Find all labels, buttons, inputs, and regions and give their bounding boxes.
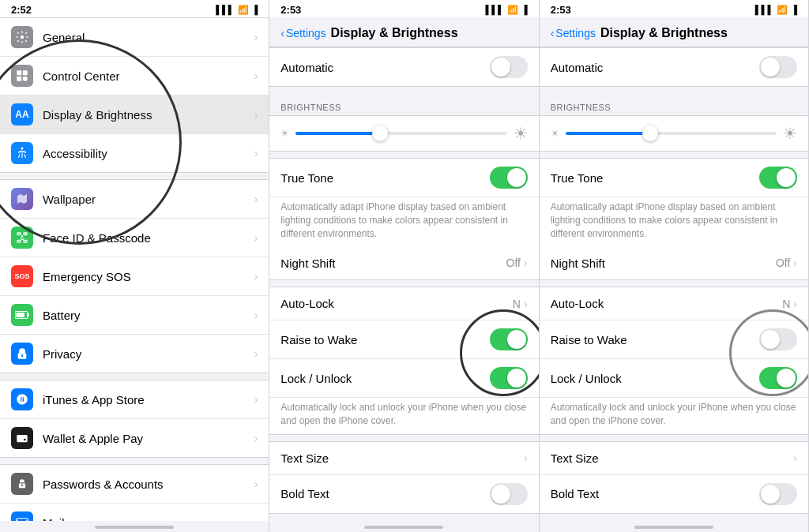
brightness-track-2[interactable] [295,132,506,135]
wallpaper-label: Wallpaper [43,193,254,206]
privacy-label: Privacy [43,347,254,361]
status-bar-1: 2:52 ▌▌▌ 📶 ▐ [0,0,269,17]
back-arrow-2: ‹ [280,27,284,39]
svg-rect-12 [28,313,29,317]
lock-unlock-label-3: Lock / Unlock [551,372,759,385]
panel-settings-menu: 2:52 ▌▌▌ 📶 ▐ General › Control C [0,0,269,532]
back-button-3[interactable]: ‹ Settings [551,27,596,39]
passwords-icon [11,473,33,495]
raise-to-wake-toggle-3[interactable] [759,328,797,350]
svg-point-17 [24,439,26,441]
row-lock-unlock-2[interactable]: Lock / Unlock [269,359,538,398]
row-passwords[interactable]: Passwords & Accounts › [0,465,269,504]
signal-icon-3: ▌▌▌ [755,5,773,14]
lock-unlock-toggle-2[interactable] [490,367,528,389]
itunes-icon [11,388,33,410]
row-automatic-3[interactable]: Automatic [540,48,808,86]
wallet-chevron: › [254,432,258,444]
group-accounts: Passwords & Accounts › Mail › [0,464,269,521]
control-center-label: Control Center [43,69,254,83]
sun-bright-icon-2: ☀ [514,124,528,143]
accessibility-chevron: › [254,147,258,159]
brightness-thumb-2[interactable] [372,126,388,141]
row-true-tone-3[interactable]: True Tone [540,159,808,197]
row-auto-lock-2[interactable]: Auto-Lock N › [269,287,538,320]
emergency-sos-chevron: › [254,270,258,283]
row-lock-unlock-3[interactable]: Lock / Unlock [540,359,808,398]
back-label-3: Settings [555,27,596,39]
text-size-chevron-3: › [793,451,797,464]
brightness-slider-row-3: ☀ ☀ [540,116,808,151]
true-tone-label-3: True Tone [551,171,759,185]
row-privacy[interactable]: Privacy › [0,335,269,373]
row-true-tone-2[interactable]: True Tone [269,159,538,197]
row-raise-to-wake-2[interactable]: Raise to Wake [269,320,538,359]
lock-unlock-desc-2: Automatically lock and unlock your iPhon… [269,398,538,434]
row-battery[interactable]: Battery › [0,296,269,335]
raise-to-wake-toggle-2[interactable] [490,328,528,350]
automatic-toggle-2[interactable] [490,56,528,78]
row-wallet[interactable]: Wallet & Apple Pay › [0,419,269,457]
brightness-slider-row-2: ☀ ☀ [269,116,538,151]
svg-rect-13 [17,313,25,317]
group-wallpaper: Wallpaper › Face ID & Passcode › SOS Eme… [0,179,269,373]
row-emergency-sos[interactable]: SOS Emergency SOS › [0,257,269,296]
true-tone-toggle-3[interactable] [759,167,797,189]
row-itunes[interactable]: iTunes & App Store › [0,380,269,419]
row-control-center[interactable]: Control Center › [0,57,269,96]
row-text-size-2[interactable]: Text Size › [269,442,538,475]
wallet-label: Wallet & Apple Pay [43,432,254,445]
row-display-brightness[interactable]: AA Display & Brightness › [0,96,269,134]
bold-text-toggle-2[interactable] [490,483,528,505]
group-appearance-2: Automatic [269,47,538,87]
display-brightness-chevron: › [254,108,258,121]
bold-text-toggle-3[interactable] [759,483,797,505]
auto-lock-label-2: Auto-Lock [280,297,513,310]
wifi-icon: 📶 [238,5,249,15]
svg-point-4 [23,77,28,81]
battery-icon-2: ▐ [521,5,528,14]
group-tone-3: True Tone Automatically adapt iPhone dis… [540,158,808,280]
brightness-header-2: BRIGHTNESS [269,93,538,115]
row-bold-text-3[interactable]: Bold Text [540,475,808,513]
row-night-shift-3[interactable]: Night Shift Off › [540,246,808,279]
itunes-chevron: › [254,393,258,406]
svg-rect-7 [24,233,27,235]
row-accessibility[interactable]: Accessibility › [0,134,269,172]
nav-title-2: Display & Brightness [331,26,458,40]
sun-dim-icon-2: ☀ [280,128,289,139]
general-chevron: › [254,31,258,43]
svg-point-15 [21,354,24,357]
bold-text-label-3: Bold Text [551,487,759,500]
accessibility-label: Accessibility [43,147,254,160]
group-lock-3: Auto-Lock N › Raise to Wake Lock / Unloc… [540,287,808,435]
brightness-track-3[interactable] [566,132,777,135]
lock-unlock-toggle-3[interactable] [759,367,797,389]
lock-unlock-label-2: Lock / Unlock [280,372,489,385]
itunes-label: iTunes & App Store [43,393,254,406]
brightness-thumb-3[interactable] [642,126,658,141]
row-mail[interactable]: Mail › [0,504,269,521]
status-icons-1: ▌▌▌ 📶 ▐ [216,5,258,15]
display-brightness-label: Display & Brightness [43,108,254,122]
wallpaper-chevron: › [254,193,258,205]
row-auto-lock-3[interactable]: Auto-Lock N › [540,287,808,320]
status-time-2: 2:53 [280,4,301,16]
status-time-1: 2:52 [11,4,32,16]
group-text-2: Text Size › Bold Text [269,441,538,514]
row-text-size-3[interactable]: Text Size › [540,442,808,475]
battery-chevron: › [254,309,258,321]
row-wallpaper[interactable]: Wallpaper › [0,180,269,219]
row-general[interactable]: General › [0,18,269,57]
row-raise-to-wake-3[interactable]: Raise to Wake [540,320,808,359]
true-tone-toggle-2[interactable] [490,167,528,189]
row-bold-text-2[interactable]: Bold Text [269,475,538,513]
control-center-icon [11,65,33,87]
row-face-id[interactable]: Face ID & Passcode › [0,219,269,257]
row-night-shift-2[interactable]: Night Shift Off › [269,246,538,279]
row-automatic-2[interactable]: Automatic [269,48,538,86]
automatic-toggle-3[interactable] [759,56,797,78]
text-size-chevron-2: › [524,451,528,464]
automatic-label-3: Automatic [551,61,759,74]
back-button-2[interactable]: ‹ Settings [280,27,325,39]
